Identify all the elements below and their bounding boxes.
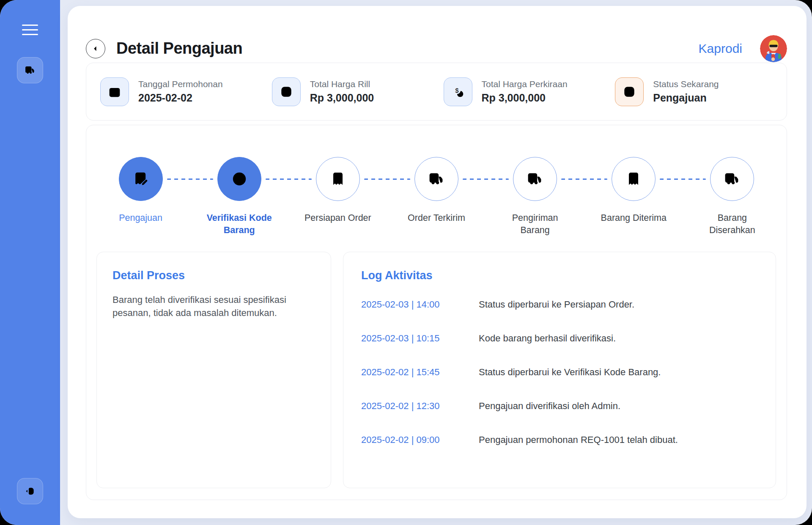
summary-bar: Tanggal Permohonan 2025-02-02 Total Harg… — [86, 63, 787, 121]
truck-icon — [23, 63, 37, 77]
process-section: Pengajuan Verifikasi Kode Barang — [86, 125, 787, 500]
app-window: Detail Pengajuan Kaprodi — [0, 0, 812, 525]
step-circle — [217, 157, 261, 201]
summary-item: Tanggal Permohonan 2025-02-02 — [100, 77, 272, 106]
step-label: Pengajuan — [119, 212, 162, 224]
log-timestamp: 2025-02-02 | 12:30 — [361, 401, 479, 412]
truck-icon — [426, 169, 447, 189]
sidebar — [0, 0, 60, 525]
hamburger-menu-button[interactable] — [19, 22, 41, 38]
log-aktivitas-panel: Log Aktivitas 2025-02-03 | 14:00 Status … — [343, 252, 776, 488]
calendar-icon — [107, 84, 123, 100]
summary-item: Total Harga Perkiraan Rp 3,000,000 — [444, 77, 615, 106]
step-circle — [612, 157, 656, 201]
step-circle — [316, 157, 360, 201]
page-header: Detail Pengajuan Kaprodi — [68, 6, 807, 69]
step-label: Barang Diserahkan — [696, 212, 768, 236]
check-square-icon — [621, 84, 637, 100]
sidebar-item-shipments[interactable] — [17, 57, 43, 83]
avatar-illustration — [760, 35, 787, 62]
log-timestamp: 2025-02-03 | 10:15 — [361, 333, 479, 344]
receipt-icon — [328, 169, 348, 189]
detail-proses-body: Barang telah diverifikasi sesuai spesifi… — [112, 293, 313, 319]
log-aktivitas-title: Log Aktivitas — [361, 269, 760, 282]
stepper-step: Order Terkirim — [387, 157, 486, 236]
summary-value: Pengajuan — [653, 92, 719, 104]
log-timestamp: 2025-02-02 | 15:45 — [361, 367, 479, 378]
logout-icon — [24, 485, 36, 498]
receipt-icon — [623, 169, 644, 189]
stepper-step: Verifikasi Kode Barang — [190, 157, 288, 236]
logout-button[interactable] — [17, 478, 43, 504]
hamburger-icon — [22, 25, 38, 35]
main-card: Detail Pengajuan Kaprodi — [68, 6, 807, 518]
stepper-step: Barang Diterima — [584, 157, 683, 236]
step-circle — [513, 157, 557, 201]
stepper-step: Barang Diserahkan — [683, 157, 782, 236]
stepper-step: Persiapan Order — [288, 157, 387, 236]
summary-label: Tanggal Permohonan — [138, 79, 223, 89]
truck-icon — [722, 169, 742, 189]
step-circle — [710, 157, 754, 201]
document-edit-icon — [131, 169, 151, 189]
log-message: Status diperbarui ke Persiapan Order. — [479, 299, 634, 310]
summary-label: Status Sekarang — [653, 79, 719, 89]
summary-item: Status Sekarang Pengajuan — [615, 77, 787, 106]
log-message: Kode barang berhasil diverifikasi. — [479, 333, 616, 344]
back-button[interactable] — [86, 39, 105, 58]
truck-icon — [525, 169, 545, 189]
step-label: Pengiriman Barang — [499, 212, 571, 236]
stepper-step: Pengajuan — [91, 157, 190, 236]
stepper-step: Pengiriman Barang — [486, 157, 584, 236]
avatar[interactable] — [760, 35, 787, 62]
step-label: Verifikasi Kode Barang — [203, 212, 276, 236]
summary-value: 2025-02-02 — [138, 92, 223, 104]
log-timestamp: 2025-02-02 | 09:00 — [361, 434, 479, 445]
step-circle — [414, 157, 458, 201]
log-message: Pengajuan diverifikasi oleh Admin. — [479, 401, 620, 412]
step-label: Barang Diterima — [601, 212, 667, 224]
summary-value: Rp 3,000,000 — [482, 92, 568, 104]
summary-value: Rp 3,000,000 — [310, 92, 374, 104]
chevron-left-icon — [91, 44, 100, 53]
detail-proses-panel: Detail Proses Barang telah diverifikasi … — [96, 252, 331, 488]
log-entry: 2025-02-02 | 15:45 Status diperbarui ke … — [361, 367, 760, 378]
page-title: Detail Pengajuan — [116, 39, 242, 58]
stepper: Pengajuan Verifikasi Kode Barang — [91, 157, 782, 236]
log-message: Pengajuan permohonan REQ-1001 telah dibu… — [479, 434, 678, 445]
check-circle-icon — [229, 169, 250, 189]
log-entry: 2025-02-02 | 09:00 Pengajuan permohonan … — [361, 434, 760, 445]
step-circle — [119, 157, 163, 201]
detail-proses-title: Detail Proses — [112, 269, 315, 282]
coins-icon — [450, 84, 466, 100]
log-entry: 2025-02-03 | 10:15 Kode barang berhasil … — [361, 333, 760, 344]
dollar-icon — [278, 84, 294, 100]
step-label: Order Terkirim — [408, 212, 465, 224]
log-entry: 2025-02-02 | 12:30 Pengajuan diverifikas… — [361, 401, 760, 412]
summary-item: Total Harga Rill Rp 3,000,000 — [272, 77, 444, 106]
summary-label: Total Harga Perkiraan — [482, 79, 568, 89]
user-role-label[interactable]: Kaprodi — [699, 41, 742, 56]
summary-label: Total Harga Rill — [310, 79, 374, 89]
log-timestamp: 2025-02-03 | 14:00 — [361, 299, 479, 310]
log-entry: 2025-02-03 | 14:00 Status diperbarui ke … — [361, 299, 760, 310]
step-label: Persiapan Order — [304, 212, 371, 224]
log-list: 2025-02-03 | 14:00 Status diperbarui ke … — [361, 299, 760, 445]
log-message: Status diperbarui ke Verifikasi Kode Bar… — [479, 367, 661, 378]
